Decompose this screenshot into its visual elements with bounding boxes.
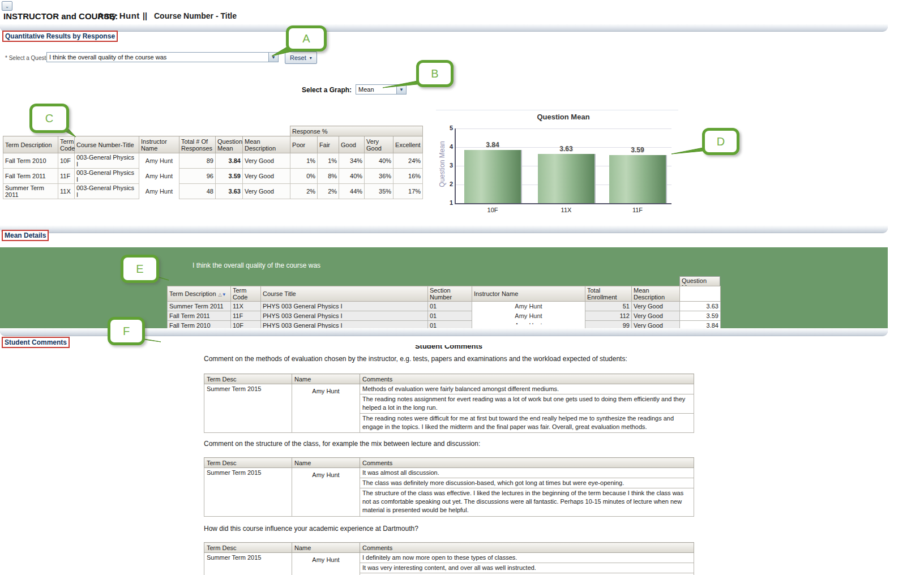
chart-bar [464,150,522,203]
chart-bar [609,155,667,203]
page: ⌄ INSTRUCTOR and COURSE: Amy Hunt || Cou… [0,0,924,575]
col-header-question-mean-spacer [680,286,721,302]
cell-section: 01 [428,302,472,311]
comment-prompt: Comment on the structure of the class, f… [204,440,713,448]
cell-term-code: 10F [58,153,75,169]
y-axis-line [455,128,456,204]
cell-enrollment: 112 [585,311,632,321]
col-header-very-good: Very Good [365,136,393,153]
cell-comment: The structure of the class was effective… [360,488,694,517]
cell-enrollment: 51 [585,302,632,311]
chevron-down-icon: ▼ [396,85,406,94]
cell-comment: Methods of evaluation were fairly balanc… [360,384,694,394]
comments-table: Term Desc Name Comments Summer Term 2015… [204,374,694,433]
col-header-question-mean: Question Mean [216,136,243,153]
cell-name: Amy Hunt [292,384,360,433]
cell-comment: The class was definitely more discussion… [360,478,694,488]
y-tick-label: 4 [440,143,453,150]
callout-a: A [286,25,327,52]
question-select-value: I think the overall quality of the cours… [47,53,268,62]
clipped-comments-heading: Student Comments [204,345,694,352]
header-separator: || [143,11,147,20]
cell-comment: It was almost all discussion. [360,468,694,478]
cell-term-desc: Fall Term 2011 [168,311,231,321]
col-header-term-description-sortable[interactable]: Term Description△▼ [168,286,231,302]
cell-very-good: 35% [365,184,393,199]
callout-letter: C [45,112,53,125]
chevron-down-icon: ▼ [268,53,278,62]
instructor-name: Amy Hunt [97,11,140,20]
collapse-panel-button[interactable]: ⌄ [2,1,12,11]
col-header-total-responses: Total # Of Responses [179,136,216,153]
col-header-mean-description: Mean Description [632,286,680,302]
col-header-comments: Comments [360,543,694,553]
bar-value-label: 3.63 [538,145,594,153]
callout-f: F [108,317,145,345]
mean-details-section-title: Mean Details [2,230,49,241]
chevron-down-icon: ⌄ [5,3,10,9]
cell-term-code: 11F [231,311,261,321]
cell-very-good: 36% [365,169,393,184]
col-header-good: Good [339,136,365,153]
callout-letter: D [717,135,725,148]
select-graph-label: Select a Graph: [302,86,352,94]
cell-comment-empty [360,573,694,575]
cell-poor: 0% [290,169,318,184]
cell-term-code: 11X [231,302,261,311]
col-header-mean-description: Mean Description [243,136,290,153]
cell-excellent: 24% [393,153,423,169]
col-header-excellent: Excellent [393,136,423,153]
cell-term-desc: Fall Term 2010 [3,153,58,169]
chart-gridline [456,128,671,129]
col-header-name: Name [292,543,360,553]
cell-responses: 96 [179,169,216,184]
col-header-term-code: Term Code [58,136,75,153]
bar-value-label: 3.59 [609,146,666,154]
x-tick-label: 11F [609,207,666,213]
cell-mean-desc: Very Good [632,311,680,321]
course-title: Course Number - Title [154,11,237,20]
chart-title: Question Mean [456,113,671,121]
sort-descending-icon[interactable]: ▼ [222,292,226,297]
table-row: Summer Term 2015 Amy Hunt It was almost … [204,468,694,478]
x-tick-label: 10F [464,207,521,213]
cell-instructor: Amy Hunt [472,302,585,311]
bar-value-label: 3.84 [464,141,521,149]
callout-c: C [29,104,69,133]
cell-mean: 3.84 [216,153,243,169]
cell-excellent: 16% [393,169,423,184]
callout-letter: B [431,67,438,80]
reset-button-label: Reset [290,54,306,61]
y-tick-label: 5 [440,125,453,131]
quant-section-title: Quantitative Results by Response [2,31,118,42]
cell-term-code: 11F [58,169,75,184]
reset-button[interactable]: Reset ▾ [285,52,317,64]
graph-select[interactable]: Mean ▼ [356,84,407,95]
cell-fair: 8% [318,169,339,184]
cell-comment: I definitely am now more open to these t… [360,553,694,563]
col-header-course-title: Course Title [261,286,428,302]
cell-good: 40% [339,169,365,184]
question-select[interactable]: I think the overall quality of the cours… [46,52,279,62]
comment-prompt: Comment on the methods of evaluation cho… [204,355,713,363]
chevron-down-icon: ▾ [310,55,312,61]
cell-section: 01 [428,311,472,321]
col-header-name: Name [292,374,360,384]
cell-instructor: Amy Hunt [139,153,179,169]
quant-results-table: Response % Term Description Term Code Co… [3,126,423,199]
comment-prompt: How did this course influence your acade… [204,525,713,533]
cell-course: 003-General Physics I [75,184,139,199]
cell-term-desc: Summer Term 2015 [204,553,292,575]
col-header-label: Term Description [169,290,216,297]
cell-term-desc: Fall Term 2011 [3,169,58,184]
col-header-section-number: Section Number [428,286,472,302]
x-axis-line [455,203,671,204]
callout-letter: A [302,32,310,45]
cell-comment: The reading notes were difficult for me … [360,414,694,433]
col-header-comments: Comments [360,458,694,468]
question-mean-measure-header: Question Mean [679,276,720,286]
callout-d: D [702,128,739,155]
question-mean-bar-chart: Question Mean Question Mean 123453.8410F… [436,110,678,219]
student-comments-section-title: Student Comments [2,337,70,348]
cell-mean-desc: Very Good [243,169,290,184]
